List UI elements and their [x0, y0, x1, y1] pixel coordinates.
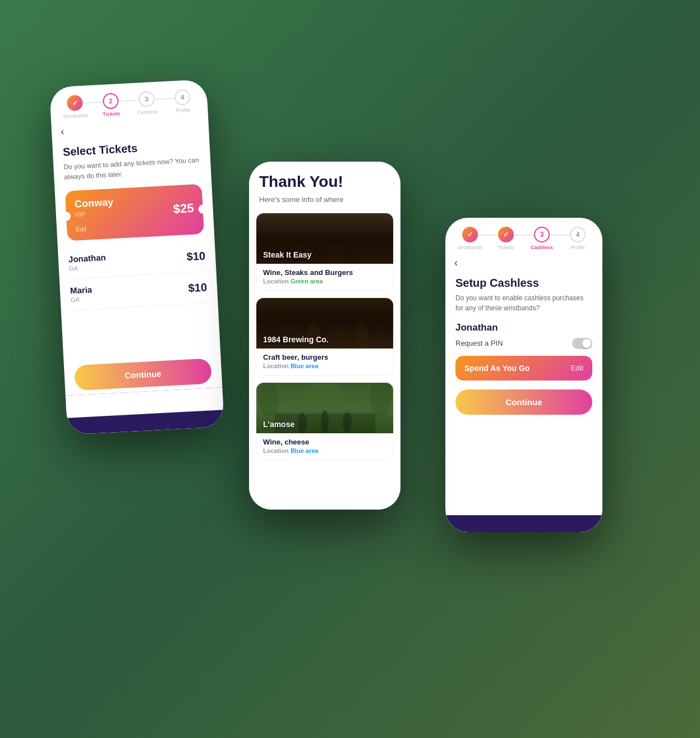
spend-card[interactable]: Spend As You Go Edit [455, 356, 592, 381]
phone-select-tickets: ✓ Wristbands 2 Tickets 3 Cashless [49, 79, 224, 435]
step-3-circle-cashless: 3 [534, 227, 550, 242]
svg-point-11 [259, 383, 279, 416]
step-tickets: 2 Tickets [93, 92, 130, 117]
ticket-notch-left [62, 211, 71, 221]
step-circle-cashless: 3 [139, 90, 155, 107]
thankyou-subtitle: Here's some info of where [249, 194, 400, 213]
phone-thank-you: Thank You! Here's some info of where [249, 162, 400, 510]
venue-location-steak: Location Green area [263, 278, 386, 285]
phones-container: ✓ Wristbands 2 Tickets 3 Cashless [42, 61, 658, 678]
step-cashless: 3 Cashless [128, 90, 165, 116]
ticket-name-jonathan: Jonathan [68, 252, 106, 263]
screen-content-tickets: Select Tickets Do you want to add any ti… [52, 132, 220, 357]
spend-edit[interactable]: Edit [571, 364, 583, 372]
step-3-circle-profile: 4 [570, 227, 586, 242]
svg-point-7 [307, 320, 320, 349]
venue-image-lamose: L'amose [256, 383, 393, 433]
venue-label-lamose: L'amose [263, 420, 294, 429]
wave-bottom-1 [66, 387, 224, 435]
venue-label-brew: 1984 Brewing Co. [263, 335, 329, 344]
step-3-label-profile: Profile [570, 245, 585, 250]
wave-bottom-3 [445, 493, 602, 532]
venue-card-lamose[interactable]: L'amose Wine, cheese Location Blue area [256, 382, 394, 460]
thankyou-title: Thank You! [249, 162, 400, 194]
venue-desc-lamose: Wine, cheese [263, 438, 386, 446]
cashless-subtitle: Do you want to enable cashless purchases… [455, 293, 592, 313]
step-3-label-wristbands: Wristbands [458, 245, 483, 250]
ticket-type-jonathan: GA [69, 263, 107, 271]
venue-card-brew[interactable]: 1984 Brewing Co. Craft beer, burgers Loc… [256, 297, 394, 375]
venue-image-brew: 1984 Brewing Co. [256, 298, 393, 349]
pin-row: Request a PIN [455, 338, 592, 349]
step-wristbands: ✓ Wristbands [57, 94, 94, 119]
svg-point-16 [321, 411, 329, 433]
svg-point-8 [331, 323, 347, 349]
cashless-content: Setup Cashless Do you want to enable cas… [445, 271, 602, 488]
ticket-price-jonathan: $10 [186, 249, 206, 263]
venue-info-steak: Wine, Steaks and Burgers Location Green … [256, 264, 393, 290]
ticket-name-maria: Maria [70, 285, 93, 295]
ticket-edit-conway[interactable]: Edit [76, 219, 195, 232]
ticket-price-conway: $25 [173, 200, 194, 216]
step-label-wristbands: Wristbands [63, 112, 88, 119]
svg-rect-5 [257, 320, 392, 349]
venue-image-steak: Steak It Easy [256, 213, 393, 264]
ticket-row-maria: Maria GA $10 [70, 272, 208, 310]
svg-point-9 [355, 322, 367, 349]
step-3-cashless: 3 Cashless [524, 227, 560, 250]
venue-desc-brew: Craft beer, burgers [263, 353, 386, 361]
wristband-person: Jonathan Request a PIN Spend As You Go E… [455, 322, 592, 381]
phone-setup-cashless: ✓ Wristbands ✓ Tickets 3 Cashless 4 [445, 218, 602, 532]
step-3-circle-wristbands: ✓ [462, 227, 478, 242]
step-circle-tickets: 2 [103, 93, 119, 109]
svg-point-15 [298, 413, 307, 433]
wristband-person-name: Jonathan [455, 322, 592, 333]
ticket-type-maria: GA [71, 295, 93, 303]
venue-card-steak[interactable]: Steak It Easy Wine, Steaks and Burgers L… [256, 213, 394, 291]
step-label-tickets: Tickets [103, 111, 120, 117]
back-button-3[interactable]: ‹ [445, 255, 602, 271]
step-circle-profile: 4 [174, 89, 191, 105]
svg-point-17 [343, 412, 352, 433]
venue-location-brew: Location Blue area [263, 363, 386, 369]
step-3-wristbands: ✓ Wristbands [452, 227, 488, 250]
ticket-notch-right [198, 204, 208, 213]
step-label-cashless: Cashless [137, 108, 158, 115]
venue-info-lamose: Wine, cheese Location Blue area [256, 433, 393, 460]
venue-location-lamose: Location Blue area [263, 447, 386, 454]
step-profile: 4 Profile [164, 88, 201, 113]
step-3-profile: 4 Profile [560, 227, 596, 250]
venue-desc-steak: Wine, Steaks and Burgers [263, 268, 386, 277]
step-3-label-tickets: Tickets [498, 245, 514, 250]
pin-toggle[interactable] [572, 338, 592, 349]
cashless-title: Setup Cashless [455, 277, 592, 290]
step-3-tickets: ✓ Tickets [488, 227, 524, 250]
venue-label-steak: Steak It Easy [263, 250, 311, 259]
progress-steps-1: ✓ Wristbands 2 Tickets 3 Cashless [49, 79, 208, 125]
step-circle-wristbands: ✓ [67, 94, 83, 111]
pin-label: Request a PIN [455, 339, 503, 347]
step-3-circle-tickets: ✓ [498, 227, 514, 242]
step-label-profile: Profile [176, 107, 190, 113]
continue-button-3[interactable]: Continue [455, 389, 592, 415]
ticket-card-conway: Conway VIP $25 Edit [65, 184, 204, 241]
spend-label: Spend As You Go [464, 364, 529, 373]
venue-info-brew: Craft beer, burgers Location Blue area [256, 349, 393, 375]
ticket-price-maria: $10 [188, 281, 208, 295]
progress-steps-3: ✓ Wristbands ✓ Tickets 3 Cashless 4 [445, 218, 602, 255]
continue-button-1[interactable]: Continue [74, 358, 212, 391]
page-subtitle: Do you want to add any tickets now? You … [63, 154, 201, 182]
step-3-label-cashless: Cashless [531, 245, 553, 250]
